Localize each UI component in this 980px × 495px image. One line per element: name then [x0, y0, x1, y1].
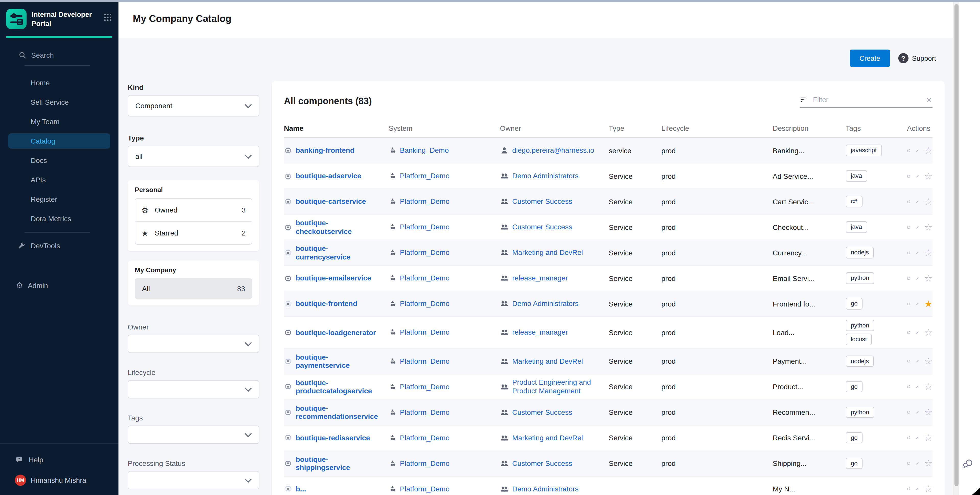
open-in-new-icon[interactable]	[907, 223, 910, 231]
scrollbar[interactable]	[953, 2, 959, 495]
component-name-link[interactable]: boutique-checkoutservice	[296, 219, 382, 235]
open-in-new-icon[interactable]	[907, 383, 910, 391]
component-name-link[interactable]: boutique-loadgenerator	[296, 328, 376, 337]
system-link[interactable]: Platform_Demo	[400, 172, 450, 180]
owner-link[interactable]: Customer Success	[512, 408, 572, 417]
column-header-description[interactable]: Description	[773, 124, 846, 132]
system-link[interactable]: Platform_Demo	[400, 248, 450, 257]
component-name-link[interactable]: boutique-cartservice	[296, 197, 366, 205]
support-button[interactable]: ? Support	[898, 53, 936, 63]
tags-select[interactable]	[128, 425, 259, 444]
edit-icon[interactable]	[916, 146, 919, 154]
owner-link[interactable]: release_manager	[512, 328, 568, 337]
owner-link[interactable]: Marketing and DevRel	[512, 248, 583, 257]
star-toggle[interactable]: ★☆	[924, 382, 932, 392]
system-link[interactable]: Platform_Demo	[400, 459, 450, 468]
system-link[interactable]: Platform_Demo	[400, 197, 450, 206]
column-header-lifecycle[interactable]: Lifecycle	[661, 124, 773, 132]
owner-link[interactable]: diego.pereira@harness.io	[512, 146, 594, 155]
edit-icon[interactable]	[916, 223, 919, 231]
component-name-link[interactable]: boutique-shippingservice	[296, 455, 382, 471]
component-name-link[interactable]: boutique-currencyservice	[296, 244, 382, 261]
sidebar-item-apis[interactable]: APIs	[0, 170, 118, 189]
sidebar-item-help[interactable]: Help	[0, 450, 118, 470]
column-header-tags[interactable]: Tags	[846, 124, 907, 132]
star-toggle[interactable]: ★☆	[924, 484, 932, 494]
sidebar-search[interactable]: Search	[18, 51, 118, 59]
edit-icon[interactable]	[916, 328, 919, 337]
sidebar-item-dora-metrics[interactable]: Dora Metrics	[0, 209, 118, 228]
component-name-link[interactable]: boutique-productcatalogservice	[296, 379, 382, 395]
edit-icon[interactable]	[916, 485, 919, 493]
open-in-new-icon[interactable]	[907, 408, 910, 417]
owner-link[interactable]: Customer Success	[512, 459, 572, 468]
table-filter-input[interactable]	[812, 95, 925, 104]
owner-link[interactable]: Demo Administrators	[512, 485, 579, 493]
processing-status-select[interactable]	[128, 471, 259, 489]
column-header-owner[interactable]: Owner	[500, 124, 609, 132]
edit-icon[interactable]	[916, 274, 919, 282]
system-link[interactable]: Platform_Demo	[400, 357, 450, 366]
filter-starred[interactable]: ★ Starred 2	[135, 221, 252, 244]
component-name-link[interactable]: boutique-emailservice	[296, 274, 371, 282]
system-link[interactable]: Platform_Demo	[400, 328, 450, 337]
filter-all[interactable]: All 83	[135, 279, 252, 299]
component-name-link[interactable]: boutique-redisservice	[296, 434, 370, 442]
open-in-new-icon[interactable]	[907, 172, 910, 180]
sidebar-item-admin[interactable]: ⚙ Admin	[0, 276, 118, 295]
type-select[interactable]: all	[128, 146, 259, 167]
system-link[interactable]: Platform_Demo	[400, 485, 450, 493]
system-link[interactable]: Platform_Demo	[400, 383, 450, 391]
star-toggle[interactable]: ★☆	[924, 274, 932, 283]
star-toggle[interactable]: ★☆	[924, 408, 932, 417]
system-link[interactable]: Platform_Demo	[400, 434, 450, 442]
edit-icon[interactable]	[916, 299, 919, 308]
filter-owned[interactable]: ⚙ Owned 3	[135, 199, 252, 221]
sidebar-item-register[interactable]: Register	[0, 189, 118, 209]
edit-icon[interactable]	[916, 248, 919, 257]
owner-link[interactable]: release_manager	[512, 274, 568, 282]
owner-link[interactable]: Customer Success	[512, 223, 572, 231]
star-toggle[interactable]: ★☆	[924, 459, 932, 468]
star-toggle[interactable]: ★☆	[924, 357, 932, 366]
owner-link[interactable]: Marketing and DevRel	[512, 434, 583, 442]
component-name-link[interactable]: boutique-paymentservice	[296, 353, 382, 369]
sidebar-item-catalog[interactable]: Catalog	[8, 133, 110, 149]
system-link[interactable]: Platform_Demo	[400, 274, 450, 282]
star-toggle[interactable]: ★☆	[924, 146, 932, 155]
chat-bubbles-icon[interactable]	[962, 458, 974, 470]
system-link[interactable]: Banking_Demo	[400, 146, 449, 155]
column-header-type[interactable]: Type	[609, 124, 661, 132]
edit-icon[interactable]	[916, 197, 919, 205]
sidebar-item-docs[interactable]: Docs	[0, 151, 118, 170]
system-link[interactable]: Platform_Demo	[400, 223, 450, 231]
open-in-new-icon[interactable]	[907, 460, 910, 468]
star-toggle[interactable]: ★☆	[924, 248, 932, 257]
owner-link[interactable]: Product Engineering and Product Manageme…	[512, 378, 601, 395]
star-toggle[interactable]: ★☆	[924, 171, 932, 181]
owner-link[interactable]: Demo Administrators	[512, 299, 579, 308]
component-name-link[interactable]: banking-frontend	[296, 146, 355, 154]
component-name-link[interactable]: boutique-recommendationservice	[296, 404, 382, 420]
open-in-new-icon[interactable]	[907, 328, 910, 337]
app-grid-icon[interactable]	[104, 14, 111, 21]
system-link[interactable]: Platform_Demo	[400, 408, 450, 417]
edit-icon[interactable]	[916, 408, 919, 417]
owner-link[interactable]: Demo Administrators	[512, 172, 579, 180]
star-toggle[interactable]: ★☆	[924, 433, 932, 442]
open-in-new-icon[interactable]	[907, 274, 910, 282]
column-header-name[interactable]: Name	[284, 124, 389, 132]
open-in-new-icon[interactable]	[907, 146, 910, 154]
star-toggle[interactable]: ★☆	[924, 299, 932, 308]
open-in-new-icon[interactable]	[907, 485, 910, 493]
star-toggle[interactable]: ★☆	[924, 328, 932, 337]
star-toggle[interactable]: ★☆	[924, 197, 932, 206]
clear-filter-icon[interactable]: ×	[925, 95, 932, 104]
sidebar-item-home[interactable]: Home	[0, 73, 118, 92]
lifecycle-select[interactable]	[128, 380, 259, 398]
owner-link[interactable]: Marketing and DevRel	[512, 357, 583, 366]
edit-icon[interactable]	[916, 383, 919, 391]
sidebar-item-devtools[interactable]: DevTools	[0, 236, 118, 255]
owner-link[interactable]: Customer Success	[512, 197, 572, 206]
open-in-new-icon[interactable]	[907, 299, 910, 308]
